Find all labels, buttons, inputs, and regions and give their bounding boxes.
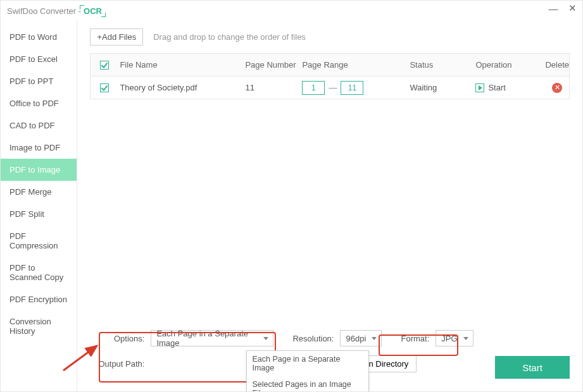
sidebar-item-history[interactable]: Conversion History [1, 310, 77, 342]
output-label: Output Path: [90, 359, 144, 369]
cell-status: Waiting [410, 83, 475, 92]
close-icon[interactable]: ✕ [567, 3, 577, 13]
range-dash: — [329, 83, 337, 92]
resolution-label: Resolution: [292, 334, 334, 343]
sidebar-item-pdf-image[interactable]: PDF to Image [1, 159, 77, 181]
operation-label[interactable]: Start [488, 83, 505, 92]
drag-hint: Drag and drop to change the order of fil… [153, 32, 306, 42]
th-status: Status [410, 60, 475, 70]
sidebar: PDF to Word PDF to Excel PDF to PPT Offi… [1, 21, 77, 391]
th-page-number: Page Number [245, 60, 302, 70]
resolution-select[interactable]: 96dpi [340, 330, 382, 346]
range-from-input[interactable] [302, 81, 325, 95]
option-separate[interactable]: Each Page in a Separate Image [247, 351, 368, 376]
cell-page-number: 11 [245, 83, 302, 92]
options-select[interactable]: Each Page in a Separate Image [151, 330, 273, 346]
sidebar-item-pdf-word[interactable]: PDF to Word [1, 26, 77, 48]
th-file-name: File Name [118, 60, 245, 70]
sidebar-item-encrypt[interactable]: PDF Encryption [1, 288, 77, 310]
sidebar-item-scanned[interactable]: PDF to Scanned Copy [1, 257, 77, 288]
options-dropdown: Each Page in a Separate Image Selected P… [246, 350, 369, 392]
options-label: Options: [90, 334, 144, 343]
option-single[interactable]: Selected Pages in an Image File [247, 376, 368, 392]
format-label: Format: [401, 334, 429, 343]
cell-file-name: Theory of Society.pdf [118, 83, 245, 92]
ocr-badge: OCR [84, 6, 102, 16]
range-to-input[interactable] [341, 81, 363, 95]
file-table: File Name Page Number Page Range Status … [90, 53, 570, 99]
sidebar-item-office-pdf[interactable]: Office to PDF [1, 92, 77, 114]
sidebar-item-image-pdf[interactable]: Image to PDF [1, 137, 77, 159]
th-delete: Delete [545, 60, 569, 70]
sidebar-item-pdf-ppt[interactable]: PDF to PPT [1, 70, 77, 92]
format-select[interactable]: JPG [436, 330, 473, 346]
delete-icon[interactable]: ✕ [552, 83, 562, 93]
row-checkbox[interactable] [100, 83, 109, 92]
app-title: SwifDoo Converter - [7, 6, 81, 16]
sidebar-item-merge[interactable]: PDF Merge [1, 181, 77, 203]
sidebar-item-pdf-excel[interactable]: PDF to Excel [1, 48, 77, 70]
sidebar-item-split[interactable]: PDF Split [1, 203, 77, 225]
th-page-range: Page Range [302, 60, 410, 70]
sidebar-item-cad-pdf[interactable]: CAD to PDF [1, 114, 77, 137]
select-all-checkbox[interactable] [100, 61, 109, 70]
th-operation: Operation [475, 60, 545, 70]
table-row: Theory of Society.pdf 11 — Waiting Start… [91, 77, 569, 99]
add-files-button[interactable]: +Add Files [90, 28, 143, 46]
play-icon[interactable] [475, 83, 484, 92]
sidebar-item-compress[interactable]: PDF Compression [1, 225, 77, 257]
start-button[interactable]: Start [495, 356, 570, 379]
minimize-icon[interactable]: — [548, 3, 558, 13]
title-bar: SwifDoo Converter - OCR — ✕ [1, 1, 582, 21]
